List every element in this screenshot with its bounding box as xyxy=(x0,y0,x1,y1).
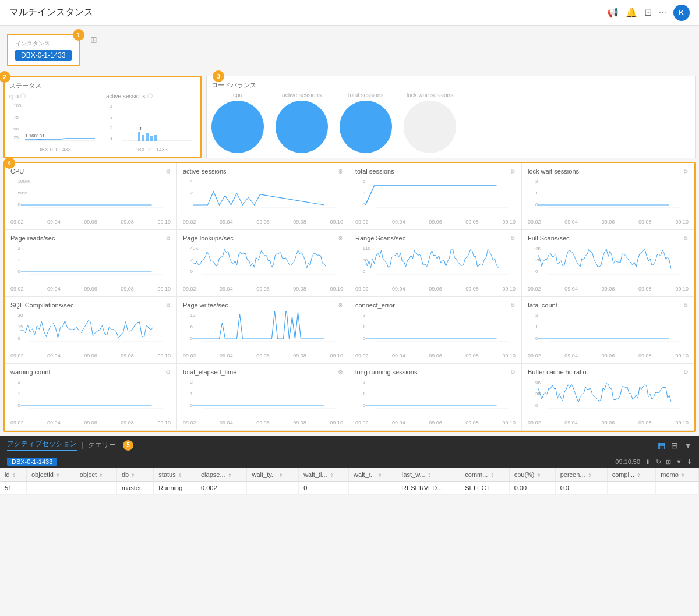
svg-text:1.168131: 1.168131 xyxy=(25,133,45,139)
sort-arrow: ⇕ xyxy=(11,473,16,478)
more-icon[interactable]: ··· xyxy=(659,8,666,18)
refresh-icon[interactable]: ↻ xyxy=(656,458,661,466)
status-section: 2 ステータス cpu ⓘ 100 75 50 25 xyxy=(3,76,202,158)
metric-title-connect_error: connect_error ⚙ xyxy=(355,302,516,309)
metric-chart-range_scans: 110 55 0 xyxy=(355,244,516,285)
bell-icon[interactable]: 🔔 xyxy=(626,7,637,18)
table-row[interactable]: 51masterRunning0.0020RESERVED...SELECT0.… xyxy=(0,482,699,495)
cell-percen---: 0.0 xyxy=(555,482,607,495)
svg-text:0: 0 xyxy=(535,269,538,274)
tab-active-sessions[interactable]: アクティブセッション xyxy=(7,439,77,451)
load-total-circle xyxy=(340,101,392,153)
metric-gear-lock_wait[interactable]: ⚙ xyxy=(683,168,689,175)
window-icon[interactable]: ⊡ xyxy=(644,7,652,18)
metric-gear-range_scans[interactable]: ⚙ xyxy=(510,235,516,242)
metric-chart-page_lookups: 40K 20K 0 xyxy=(183,244,343,285)
metric-gear-fatal_count[interactable]: ⚙ xyxy=(683,302,689,309)
metric-gear-buffer_cache[interactable]: ⚙ xyxy=(683,369,689,376)
active-sessions-mini-chart: active sessions ⓘ 4 3 2 1 1 xyxy=(106,93,196,148)
layout-icon[interactable]: ⊞ xyxy=(90,35,97,44)
svg-text:4: 4 xyxy=(110,104,113,109)
svg-text:2: 2 xyxy=(110,125,113,130)
metric-chart-page_reads: 2 1 0 xyxy=(10,244,171,285)
header-actions: 📢 🔔 ⊡ ··· K xyxy=(607,5,690,21)
col-object[interactable]: object ⇕ xyxy=(75,468,116,482)
cell-cpu---: 0.00 xyxy=(509,482,555,495)
filter-icon[interactable]: ▼ xyxy=(676,458,682,465)
col-compl---[interactable]: compl... ⇕ xyxy=(607,468,656,482)
instance-section: 1 インスタンス DBX-0-1-1433 xyxy=(7,34,80,66)
section2-badge: 2 xyxy=(0,71,10,83)
metric-gear-total_elapsed[interactable]: ⚙ xyxy=(338,369,343,376)
columns-icon[interactable]: ⊞ xyxy=(666,458,671,466)
svg-text:2: 2 xyxy=(18,246,21,251)
col-objectid[interactable]: objectid ⇕ xyxy=(26,468,75,482)
metric-gear-page_lookups[interactable]: ⚙ xyxy=(338,235,343,242)
col-cpu---[interactable]: cpu(%) ⇕ xyxy=(509,468,555,482)
cell-status: Running xyxy=(154,482,196,495)
metric-svg-connect_error: 2 1 0 xyxy=(355,311,516,346)
svg-text:0: 0 xyxy=(363,403,366,408)
metric-xaxis-page_writes: 09:0209:0409:0609:0809:10 xyxy=(183,353,343,359)
sort-arrow: ⇕ xyxy=(489,473,494,478)
metric-gear-connect_error[interactable]: ⚙ xyxy=(510,302,516,309)
metric-svg-page_lookups: 40K 20K 0 xyxy=(183,244,343,279)
col-memo[interactable]: memo ⇕ xyxy=(656,468,699,482)
cell-comm---: SELECT xyxy=(460,482,509,495)
load-cpu-circle xyxy=(211,101,264,153)
cpu-mini-area: 100 75 50 25 1.168131 DBX-0-1-1433 xyxy=(9,101,99,148)
col-elapse---[interactable]: elapse... ⇕ xyxy=(196,468,246,482)
col-last-w---[interactable]: last_w... ⇕ xyxy=(397,468,460,482)
metric-gear-page_writes[interactable]: ⚙ xyxy=(338,302,343,309)
load-lock-circle xyxy=(404,101,456,153)
svg-text:75: 75 xyxy=(13,115,19,120)
metric-cell-page_lookups: Page lookups/sec ⚙ 40K 20K 0 09:0209:040… xyxy=(177,230,350,297)
svg-text:1: 1 xyxy=(18,391,21,396)
metric-gear-total_sessions[interactable]: ⚙ xyxy=(510,168,516,175)
col-id[interactable]: id ⇕ xyxy=(0,468,26,482)
download-icon[interactable]: ⬇ xyxy=(687,458,692,466)
sort-arrow: ⇕ xyxy=(130,473,135,478)
metric-gear-full_scans[interactable]: ⚙ xyxy=(683,235,689,242)
metric-cell-long_running: long running sessions ⚙ 2 1 0 09:0209:04… xyxy=(350,364,522,431)
tab-query[interactable]: クエリー xyxy=(88,440,116,450)
metric-cell-page_reads: Page reads/sec ⚙ 2 1 0 09:0209:0409:0609… xyxy=(5,230,177,297)
metric-chart-warning_count: 2 1 0 xyxy=(10,378,171,419)
col-db[interactable]: db ⇕ xyxy=(116,468,153,482)
col-wait-ti---[interactable]: wait_ti... ⇕ xyxy=(299,468,349,482)
metric-gear-long_running[interactable]: ⚙ xyxy=(510,369,516,376)
user-avatar[interactable]: K xyxy=(673,5,690,21)
metric-svg-total_sessions: 6 3 0 xyxy=(355,177,516,212)
grid-icon[interactable]: ▦ xyxy=(658,441,665,450)
svg-text:1: 1 xyxy=(139,126,142,132)
metric-chart-fatal_count: 2 1 0 xyxy=(528,311,689,352)
section4-badge: 4 xyxy=(3,157,15,169)
metric-gear-warning_count[interactable]: ⚙ xyxy=(165,369,171,376)
col-wait-r---[interactable]: wait_r... ⇕ xyxy=(349,468,397,482)
col-comm---[interactable]: comm... ⇕ xyxy=(460,468,509,482)
col-status[interactable]: status ⇕ xyxy=(154,468,196,482)
metric-chart-cpu: 100% 50% 0 xyxy=(10,177,171,218)
svg-rect-12 xyxy=(138,132,140,141)
metric-gear-page_reads[interactable]: ⚙ xyxy=(165,235,171,242)
svg-text:1: 1 xyxy=(535,190,538,196)
metric-gear-cpu[interactable]: ⚙ xyxy=(165,168,171,175)
active-sessions-instance: DBX-0-1-1433 xyxy=(106,147,196,153)
collapse-icon[interactable]: ▼ xyxy=(684,441,692,450)
megaphone-icon[interactable]: 📢 xyxy=(607,7,619,18)
metric-cell-page_writes: Page writes/sec ⚙ 12 6 0 09:0209:0409:06… xyxy=(177,297,350,364)
metric-gear-sql_compile[interactable]: ⚙ xyxy=(165,302,171,309)
pause-icon[interactable]: ⏸ xyxy=(645,458,651,465)
session-instance[interactable]: DBX-0-1-1433 xyxy=(7,458,57,466)
session-header: アクティブセッション | クエリー 5 ▦ ⊟ ▼ xyxy=(0,436,699,455)
svg-text:3: 3 xyxy=(363,190,366,196)
load-circles: cpu active sessions total sessions lock … xyxy=(211,92,690,153)
svg-text:12: 12 xyxy=(190,313,196,318)
metric-gear-active_sessions[interactable]: ⚙ xyxy=(338,168,343,175)
instance-tag[interactable]: DBX-0-1-1433 xyxy=(15,50,72,61)
col-wait-ty---[interactable]: wait_ty... ⇕ xyxy=(247,468,299,482)
table-icon[interactable]: ⊟ xyxy=(671,441,678,450)
svg-text:2: 2 xyxy=(190,190,193,196)
svg-text:1: 1 xyxy=(363,391,366,396)
col-percen---[interactable]: percen... ⇕ xyxy=(555,468,607,482)
